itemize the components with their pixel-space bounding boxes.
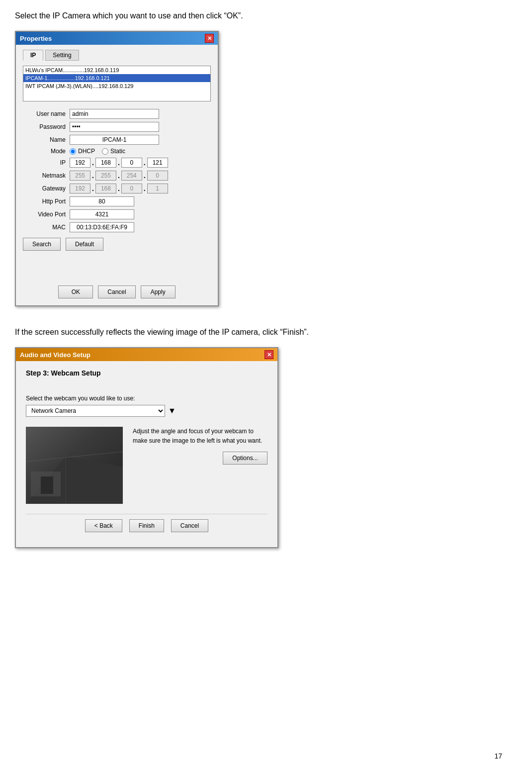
camera-list-item[interactable]: HLWu’s IPCAM..............192.168.0.119 [23, 66, 210, 74]
mode-dhcp-label[interactable]: DHCP [70, 148, 95, 155]
gateway-row: . . . [70, 184, 209, 193]
netmask-label: Netmask [23, 169, 68, 182]
gateway-octet-4 [147, 184, 168, 193]
properties-footer-buttons: OK Cancel Apply [23, 281, 211, 298]
camera-list-box[interactable]: HLWu’s IPCAM..............192.168.0.119 … [23, 66, 211, 101]
svg-rect-5 [41, 476, 53, 494]
properties-form: User name Password Name [23, 107, 211, 234]
mode-dhcp-text: DHCP [78, 148, 95, 155]
webcam-preview-row: 2006 08 24 15:55:13 [26, 427, 267, 504]
username-label: User name [23, 107, 68, 120]
chevron-down-icon: ▼ [168, 406, 176, 415]
tab-setting[interactable]: Setting [45, 50, 79, 61]
properties-dialog: Properties ✕ IP Setting HLWu’s IPCAM....… [15, 31, 219, 306]
gateway-octet-3 [121, 184, 142, 193]
preview-instructions-text: Adjust the angle and focus of your webca… [133, 427, 267, 446]
avsetup-dialog-container: Audio and Video Setup ✕ Step 3: Webcam S… [15, 347, 517, 548]
password-label: Password [23, 120, 68, 133]
name-input[interactable] [70, 135, 159, 145]
close-icon[interactable]: ✕ [265, 350, 273, 359]
close-icon[interactable]: ✕ [205, 34, 214, 43]
webcam-select[interactable]: Network Camera [26, 405, 165, 417]
avsetup-dialog: Audio and Video Setup ✕ Step 3: Webcam S… [15, 347, 278, 548]
options-btn-row: Options... [133, 452, 267, 465]
gateway-octet-1 [70, 184, 90, 193]
tab-ip[interactable]: IP [23, 50, 43, 61]
intro-text-2-content: If the screen successfully reflects the … [15, 328, 309, 336]
mac-label: MAC [23, 221, 68, 234]
ip-dot-2: . [117, 159, 120, 167]
properties-title: Properties [20, 35, 52, 42]
video-port-label: Video Port [23, 208, 68, 221]
ip-octet-3[interactable] [121, 158, 142, 168]
avsetup-title: Audio and Video Setup [20, 351, 90, 359]
search-default-row: Search Default [23, 234, 211, 251]
default-button[interactable]: Default [66, 238, 103, 251]
avsetup-footer: < Back Finish Cancel [26, 514, 267, 539]
ip-row: . . . [70, 158, 209, 168]
camera-list-item[interactable]: IWT IPCAM (JM-3).(WLAN)....192.168.0.129 [23, 82, 210, 90]
gateway-dot-2: . [117, 185, 120, 192]
properties-dialog-container: Properties ✕ IP Setting HLWu’s IPCAM....… [15, 31, 517, 306]
avsetup-body: Step 3: Webcam Setup Select the webcam y… [16, 361, 277, 547]
http-port-label: Http Port [23, 195, 68, 208]
intro-text-1: Select the IP Camera which you want to u… [15, 10, 517, 22]
netmask-octet-2 [95, 171, 116, 181]
gateway-dot-3: . [143, 185, 146, 192]
mode-dhcp-radio[interactable] [70, 148, 76, 155]
preview-instructions-container: Adjust the angle and focus of your webca… [133, 427, 267, 465]
ip-octet-4[interactable] [147, 158, 168, 168]
webcam-select-row: Network Camera ▼ [26, 405, 267, 417]
camera-preview-svg [26, 427, 123, 504]
page-number: 17 [494, 752, 502, 760]
step-title: Step 3: Webcam Setup [26, 369, 267, 377]
intro-text-1-content: Select the IP Camera which you want to u… [15, 11, 243, 20]
netmask-dot-2: . [117, 172, 120, 180]
ip-octet-2[interactable] [95, 158, 116, 168]
name-label: Name [23, 133, 68, 146]
avsetup-titlebar: Audio and Video Setup ✕ [16, 348, 277, 361]
password-input[interactable] [70, 122, 159, 132]
intro-text-2: If the screen successfully reflects the … [15, 326, 517, 338]
gateway-octet-2 [95, 184, 116, 193]
mode-static-label[interactable]: Static [102, 148, 125, 155]
netmask-octet-4 [147, 171, 168, 181]
netmask-octet-1 [70, 171, 90, 181]
netmask-octet-3 [121, 171, 142, 181]
camera-preview-image [26, 427, 123, 504]
mode-static-text: Static [110, 148, 125, 155]
spacer [23, 251, 211, 281]
mode-row: DHCP Static [70, 148, 209, 155]
back-button[interactable]: < Back [85, 519, 122, 532]
netmask-row: . . . [70, 171, 209, 181]
ip-dot-3: . [143, 159, 146, 167]
properties-titlebar: Properties ✕ [16, 32, 218, 45]
username-input[interactable] [70, 109, 159, 119]
ip-octet-1[interactable] [70, 158, 90, 168]
mode-label: Mode [23, 146, 68, 156]
properties-body: IP Setting HLWu’s IPCAM..............192… [16, 45, 218, 305]
video-port-input[interactable] [70, 209, 134, 219]
mode-static-radio[interactable] [102, 148, 108, 155]
netmask-dot-3: . [143, 172, 146, 180]
search-button[interactable]: Search [23, 238, 61, 251]
ip-dot-1: . [91, 159, 94, 167]
apply-button[interactable]: Apply [141, 285, 176, 298]
camera-preview: 2006 08 24 15:55:13 [26, 427, 123, 504]
camera-list-item-selected[interactable]: IPCAM-1..................192.168.0.121 [23, 74, 210, 82]
options-button[interactable]: Options... [223, 452, 267, 465]
netmask-dot-1: . [91, 172, 94, 180]
cancel-button[interactable]: Cancel [98, 285, 135, 298]
ip-label: IP [23, 156, 68, 169]
gateway-dot-1: . [91, 185, 94, 192]
ok-button[interactable]: OK [58, 285, 93, 298]
tab-row: IP Setting [23, 50, 211, 61]
webcam-select-label: Select the webcam you would like to use: [26, 395, 267, 402]
cancel-button-2[interactable]: Cancel [171, 519, 208, 532]
http-port-input[interactable] [70, 196, 134, 206]
gateway-label: Gateway [23, 182, 68, 195]
spacer2 [26, 387, 267, 395]
finish-button[interactable]: Finish [129, 519, 164, 532]
mac-input[interactable] [70, 222, 134, 232]
